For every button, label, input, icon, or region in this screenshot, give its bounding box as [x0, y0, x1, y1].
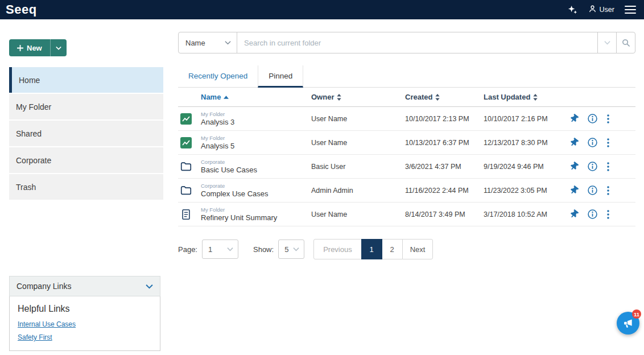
item-created: 10/13/2017 6:37 PM: [405, 139, 484, 147]
item-name: Basic Use Cases: [201, 166, 311, 175]
report-icon: [178, 208, 201, 221]
chevron-down-icon: [604, 40, 610, 45]
info-icon[interactable]: [588, 114, 597, 123]
item-folder-path: My Folder: [201, 111, 311, 117]
sidebar-item-corporate[interactable]: Corporate: [9, 147, 163, 173]
pagination-bar: Page: 1 Show: 5 Previous 1 2 Next: [178, 239, 635, 259]
search-button[interactable]: [616, 32, 635, 53]
kebab-menu-icon[interactable]: [607, 162, 609, 171]
ai-sparkle-icon[interactable]: [567, 5, 578, 15]
notification-badge: 11: [632, 309, 641, 319]
item-name-link[interactable]: My Folder Analysis 5: [201, 135, 311, 151]
item-owner: User Name: [311, 210, 405, 218]
kebab-menu-icon[interactable]: [607, 138, 609, 147]
item-created: 11/16/2022 2:44 PM: [405, 187, 484, 195]
sidebar-nav: Home My Folder Shared Corporate Trash: [0, 67, 168, 201]
item-name: Analysis 5: [201, 142, 311, 151]
chevron-down-icon: [227, 247, 233, 251]
page-button-2[interactable]: 2: [382, 239, 403, 259]
info-icon[interactable]: [588, 209, 597, 219]
item-name: Analysis 3: [201, 118, 311, 127]
row-actions: [563, 162, 635, 171]
header-label: Name: [201, 93, 221, 101]
table-row: My Folder Analysis 5 User Name 10/13/201…: [178, 131, 635, 155]
analysis-icon: [178, 137, 201, 149]
table-body: My Folder Analysis 3 User Name 10/10/201…: [178, 107, 635, 226]
sidebar-item-label: Shared: [16, 129, 42, 138]
info-icon[interactable]: [588, 162, 597, 171]
item-name-link[interactable]: Corporate Basic Use Cases: [201, 159, 311, 175]
announcements-fab[interactable]: 11: [617, 312, 639, 335]
company-links-header[interactable]: Company Links: [9, 276, 160, 296]
user-label: User: [600, 6, 614, 14]
helpful-links-heading: Helpful Links: [18, 304, 152, 314]
helpful-links-box: Helpful Links Internal Use Cases Safety …: [9, 296, 160, 351]
pin-icon[interactable]: [570, 114, 578, 123]
item-name-link[interactable]: My Folder Refinery Unit Summary: [201, 207, 311, 222]
header-name[interactable]: Name: [201, 93, 311, 101]
new-dropdown-button[interactable]: [50, 39, 67, 56]
new-button-group: New: [9, 39, 67, 56]
pin-icon[interactable]: [570, 210, 578, 218]
page-size-value: 5: [284, 245, 288, 254]
table-row: Corporate Basic Use Cases Basic User 3/6…: [178, 155, 635, 179]
link-internal-use-cases[interactable]: Internal Use Cases: [18, 320, 152, 328]
table-row: My Folder Refinery Unit Summary User Nam…: [178, 203, 635, 226]
sidebar-item-my-folder[interactable]: My Folder: [9, 94, 163, 119]
app-body: New Home My Folder Shared Corporate Tras…: [0, 19, 644, 355]
tab-pinned[interactable]: Pinned: [258, 65, 303, 88]
pin-icon[interactable]: [570, 162, 578, 171]
item-name-link[interactable]: Corporate Complex Use Cases: [201, 183, 311, 199]
next-page-button[interactable]: Next: [402, 239, 434, 259]
new-button[interactable]: New: [9, 39, 50, 56]
header-owner[interactable]: Owner: [311, 93, 405, 101]
header-last-updated[interactable]: Last Updated: [484, 93, 563, 101]
item-updated: 10/10/2017 2:16 PM: [484, 115, 563, 123]
search-filter-select[interactable]: Name: [178, 32, 237, 53]
sort-both-icon: [435, 94, 440, 101]
info-icon[interactable]: [588, 138, 597, 147]
chevron-down-icon: [146, 284, 153, 289]
search-icon: [622, 39, 630, 47]
seeq-logo[interactable]: Seeq: [6, 3, 37, 16]
pin-icon[interactable]: [570, 186, 578, 195]
page-number-select[interactable]: 1: [202, 240, 238, 259]
sidebar-item-trash[interactable]: Trash: [9, 174, 163, 200]
item-updated: 9/19/2024 9:46 PM: [484, 163, 563, 171]
page-button-1[interactable]: 1: [361, 239, 382, 259]
row-actions: [563, 138, 635, 147]
sort-asc-icon: [224, 96, 229, 99]
folder-icon: [178, 184, 201, 197]
link-safety-first[interactable]: Safety First: [18, 333, 152, 341]
table-row: Corporate Complex Use Cases Admin Admin …: [178, 179, 635, 203]
hamburger-menu-icon[interactable]: [625, 6, 636, 14]
item-updated: 11/23/2022 3:05 PM: [484, 187, 563, 195]
header-created[interactable]: Created: [405, 93, 484, 101]
item-owner: User Name: [311, 139, 405, 147]
sidebar-item-home[interactable]: Home: [9, 67, 163, 93]
company-links-section: Company Links Helpful Links Internal Use…: [0, 276, 168, 351]
sidebar-item-label: Home: [19, 76, 40, 85]
sidebar-item-shared[interactable]: Shared: [9, 121, 163, 146]
kebab-menu-icon[interactable]: [607, 210, 609, 219]
previous-page-button[interactable]: Previous: [313, 239, 362, 259]
pin-icon[interactable]: [570, 138, 578, 147]
plus-icon: [17, 45, 23, 51]
kebab-menu-icon[interactable]: [607, 186, 609, 195]
megaphone-icon: [623, 318, 634, 329]
item-owner: Basic User: [311, 163, 405, 171]
item-name-link[interactable]: My Folder Analysis 3: [201, 111, 311, 127]
user-menu[interactable]: User: [588, 5, 614, 15]
item-name: Complex Use Cases: [201, 189, 311, 199]
tab-recently-opened[interactable]: Recently Opened: [178, 65, 258, 87]
info-icon[interactable]: [588, 185, 597, 195]
item-folder-path: Corporate: [201, 183, 311, 189]
search-options-dropdown[interactable]: [597, 32, 617, 53]
page-number-value: 1: [208, 245, 212, 254]
kebab-menu-icon[interactable]: [607, 114, 609, 123]
new-button-wrap: New: [0, 19, 168, 56]
sidebar: New Home My Folder Shared Corporate Tras…: [0, 19, 168, 355]
sidebar-item-label: My Folder: [16, 102, 51, 112]
page-size-select[interactable]: 5: [278, 240, 304, 259]
search-input[interactable]: [237, 32, 598, 53]
